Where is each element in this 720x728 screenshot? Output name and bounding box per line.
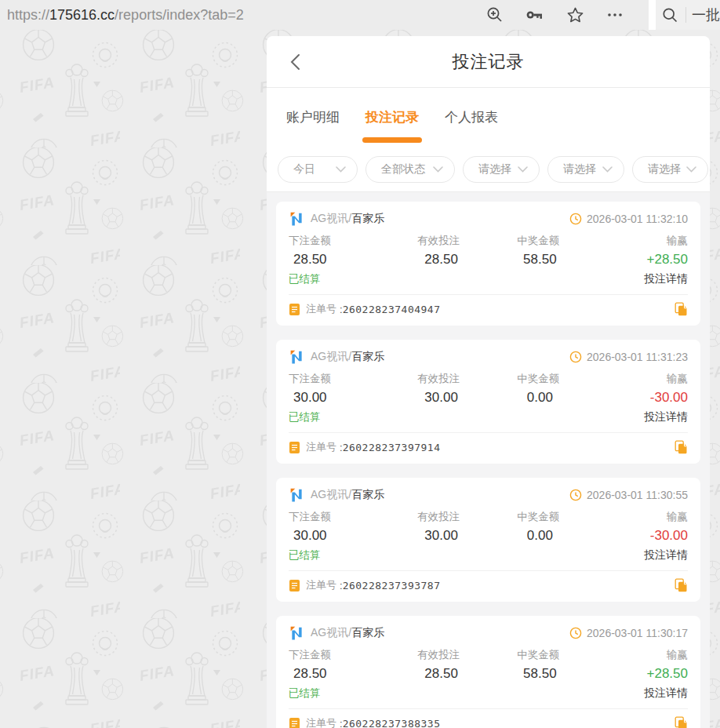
status-badge: 已结算 <box>289 410 644 424</box>
filter-select-dropdown-1[interactable]: 请选择 <box>463 156 540 183</box>
order-number-value: 260228237404947 <box>343 304 441 315</box>
profit-value: -30.00 <box>589 390 688 407</box>
win-amount-value: 0.00 <box>491 390 590 407</box>
search-icon[interactable] <box>662 7 678 24</box>
bet-time: 2026-03-01 11:30:55 <box>587 489 688 501</box>
bet-time: 2026-03-01 11:31:23 <box>587 351 688 363</box>
copy-icon[interactable] <box>675 578 688 592</box>
more-menu-icon[interactable] <box>606 6 624 24</box>
url-domain: 175616.cc <box>49 7 115 23</box>
win-amount-value: 58.50 <box>491 252 590 269</box>
tab-bar: 账户明细 投注记录 个人报表 <box>267 88 710 147</box>
filter-date-dropdown[interactable]: 今日 <box>278 156 358 183</box>
divider <box>685 7 686 23</box>
provider-logo-icon <box>289 211 305 228</box>
receipt-icon <box>289 303 300 316</box>
chevron-down-icon <box>602 166 613 173</box>
order-number-value: 260228237393787 <box>343 580 441 592</box>
bet-record-list: AG视讯/ 百家乐 2026-03-01 11:32:10 下注金额 有效投注 … <box>267 192 710 728</box>
profit-value: +28.50 <box>589 666 688 683</box>
profit-value: -30.00 <box>589 528 688 545</box>
copy-icon[interactable] <box>675 302 688 316</box>
filter-label: 请选择 <box>563 162 596 177</box>
status-badge: 已结算 <box>289 272 644 286</box>
receipt-icon <box>289 717 300 728</box>
bet-amount-value: 30.00 <box>289 390 392 407</box>
order-number-label: 注单号 <box>306 440 336 454</box>
order-number-label: 注单号 <box>306 578 336 592</box>
profit-label: 输赢 <box>588 234 688 247</box>
chevron-down-icon <box>686 166 696 173</box>
tab-bet-records[interactable]: 投注记录 <box>365 88 419 147</box>
filter-label: 今日 <box>293 162 315 177</box>
bet-record-card: AG视讯/ 百家乐 2026-03-01 11:30:17 下注金额 有效投注 … <box>276 616 700 728</box>
tab-account-detail[interactable]: 账户明细 <box>286 88 340 147</box>
filter-status-dropdown[interactable]: 全部状态 <box>365 156 455 183</box>
bet-amount-value: 30.00 <box>289 528 392 545</box>
status-badge: 已结算 <box>289 686 644 701</box>
copy-icon[interactable] <box>675 716 688 728</box>
bet-amount-label: 下注金额 <box>289 648 388 661</box>
url-path: /reports/index?tab=2 <box>115 7 244 23</box>
column-values: 28.50 28.50 58.50 +28.50 <box>289 252 688 269</box>
provider-logo-icon <box>289 487 305 504</box>
game-name: 百家乐 <box>351 212 384 226</box>
win-amount-label: 中奖金额 <box>489 648 588 661</box>
zoom-in-icon[interactable] <box>486 6 504 24</box>
bet-detail-link[interactable]: 投注详情 <box>644 686 688 701</box>
bet-amount-value: 28.50 <box>289 252 392 269</box>
bet-amount-label: 下注金额 <box>289 510 388 523</box>
valid-bet-label: 有效投注 <box>388 648 488 661</box>
win-amount-label: 中奖金额 <box>489 372 588 385</box>
valid-bet-label: 有效投注 <box>388 234 488 247</box>
chevron-down-icon <box>433 166 443 173</box>
key-icon[interactable] <box>525 6 544 24</box>
order-number-value: 260228237397914 <box>343 442 441 453</box>
column-labels: 下注金额 有效投注 中奖金额 输赢 <box>289 510 688 523</box>
bet-record-card: AG视讯/ 百家乐 2026-03-01 11:31:23 下注金额 有效投注 … <box>276 340 700 464</box>
bet-time: 2026-03-01 11:30:17 <box>587 627 688 639</box>
column-labels: 下注金额 有效投注 中奖金额 输赢 <box>289 372 688 385</box>
provider-logo-icon <box>289 625 305 642</box>
bet-detail-link[interactable]: 投注详情 <box>644 410 688 424</box>
clock-icon <box>569 489 582 501</box>
tab-personal-report[interactable]: 个人报表 <box>445 88 498 147</box>
bet-detail-link[interactable]: 投注详情 <box>644 548 688 562</box>
clock-icon <box>569 351 582 363</box>
valid-bet-label: 有效投注 <box>388 372 488 385</box>
column-labels: 下注金额 有效投注 中奖金额 输赢 <box>289 648 688 661</box>
bet-amount-label: 下注金额 <box>289 372 388 385</box>
bookmark-star-icon[interactable] <box>566 6 584 24</box>
order-number-value: 260228237388335 <box>343 718 441 728</box>
column-values: 28.50 28.50 58.50 +28.50 <box>289 666 688 683</box>
valid-bet-label: 有效投注 <box>388 510 488 523</box>
filter-select-dropdown-3[interactable]: 请选择 <box>632 156 708 183</box>
bet-detail-link[interactable]: 投注详情 <box>644 272 688 286</box>
column-values: 30.00 30.00 0.00 -30.00 <box>289 528 688 545</box>
chevron-down-icon <box>336 166 346 173</box>
win-amount-label: 中奖金额 <box>489 234 588 247</box>
url-text[interactable]: https://175616.cc/reports/index?tab=2 <box>0 7 486 24</box>
game-name: 百家乐 <box>351 626 384 640</box>
profit-label: 输赢 <box>588 648 688 661</box>
profit-label: 输赢 <box>588 510 688 523</box>
filter-label: 请选择 <box>478 162 511 177</box>
provider-logo-icon <box>289 349 305 366</box>
column-values: 30.00 30.00 0.00 -30.00 <box>289 390 688 407</box>
copy-icon[interactable] <box>675 440 688 454</box>
filter-label: 全部状态 <box>381 162 425 177</box>
win-amount-value: 58.50 <box>491 666 590 683</box>
valid-bet-value: 30.00 <box>392 528 491 545</box>
column-labels: 下注金额 有效投注 中奖金额 输赢 <box>289 234 688 247</box>
bet-record-card: AG视讯/ 百家乐 2026-03-01 11:32:10 下注金额 有效投注 … <box>276 202 700 326</box>
profit-value: +28.50 <box>589 252 688 269</box>
provider-name: AG视讯/ <box>311 626 351 640</box>
win-amount-value: 0.00 <box>491 528 590 545</box>
filter-select-dropdown-2[interactable]: 请选择 <box>547 156 624 183</box>
url-scheme: https:// <box>7 7 49 23</box>
clock-icon <box>569 627 582 639</box>
back-button[interactable] <box>285 53 304 71</box>
address-bar[interactable]: https://175616.cc/reports/index?tab=2 <box>0 0 649 30</box>
browser-topbar: https://175616.cc/reports/index?tab=2 <box>0 0 720 30</box>
browser-search-area[interactable]: 一批 <box>656 0 720 30</box>
